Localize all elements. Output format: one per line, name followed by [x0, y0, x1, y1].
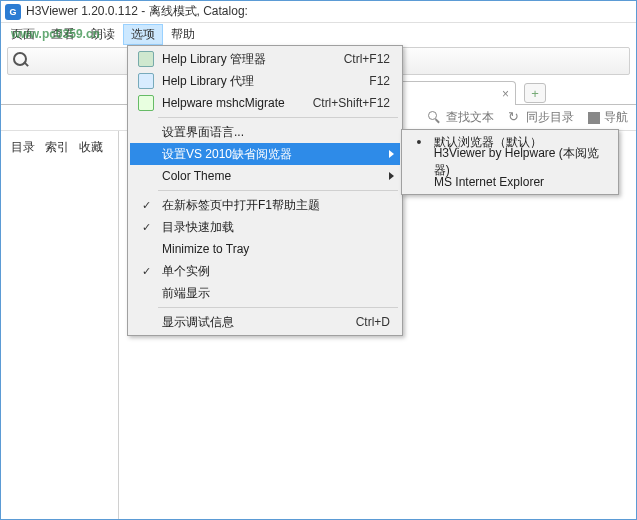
sync-icon	[508, 111, 522, 125]
sync-toc-button[interactable]: 同步目录	[508, 109, 574, 126]
dd-label: Color Theme	[158, 169, 396, 183]
dd-item-mshcmigrate[interactable]: Helpware mshcMigrate Ctrl+Shift+F12	[130, 92, 400, 114]
dd-item-color-theme[interactable]: Color Theme	[130, 165, 400, 187]
app-icon: G	[5, 4, 21, 20]
dd-item-f1-newtab[interactable]: 在新标签页中打开F1帮助主题	[130, 194, 400, 216]
menu-read[interactable]: 朗读	[83, 24, 123, 45]
sm-label: MS Internet Explorer	[430, 175, 544, 189]
dd-label: 目录快速加载	[158, 219, 396, 236]
dd-item-default-browser[interactable]: 设置VS 2010缺省阅览器	[130, 143, 400, 165]
menu-help[interactable]: 帮助	[163, 24, 203, 45]
dd-label: Helpware mshcMigrate	[158, 96, 313, 110]
dd-label: Minimize to Tray	[158, 242, 396, 256]
sm-label: H3Viewer by Helpware (本阅览器)	[430, 145, 612, 179]
check-icon	[142, 264, 151, 278]
submenu-arrow-icon	[389, 150, 394, 158]
dd-label: 显示调试信息	[158, 314, 356, 331]
dd-label: 前端显示	[158, 285, 396, 302]
dd-item-min-tray[interactable]: Minimize to Tray	[130, 238, 400, 260]
check-icon	[142, 198, 151, 212]
search-icon[interactable]	[12, 51, 32, 71]
separator	[158, 307, 398, 308]
dd-item-ui-language[interactable]: 设置界面语言...	[130, 121, 400, 143]
dd-item-hl-manager[interactable]: Help Library 管理器 Ctrl+F12	[130, 48, 400, 70]
menu-view[interactable]: 查看	[43, 24, 83, 45]
dd-item-single-instance[interactable]: 单个实例	[130, 260, 400, 282]
selected-bullet-icon	[417, 134, 422, 150]
dd-item-debug[interactable]: 显示调试信息 Ctrl+D	[130, 311, 400, 333]
find-label: 查找文本	[446, 109, 494, 126]
nav-icon	[588, 112, 600, 124]
separator	[158, 190, 398, 191]
sidebar-panel	[1, 131, 119, 519]
close-tab-icon[interactable]: ×	[502, 87, 509, 101]
dd-item-front[interactable]: 前端显示	[130, 282, 400, 304]
dd-label: Help Library 管理器	[158, 51, 344, 68]
dd-accel: Ctrl+D	[356, 315, 396, 329]
browser-submenu: 默认浏览器（默认） H3Viewer by Helpware (本阅览器) MS…	[401, 129, 619, 195]
menu-page[interactable]: 页面	[3, 24, 43, 45]
app-window: G H3Viewer 1.20.0.112 - 离线模式, Catalog: w…	[0, 0, 637, 520]
hl-agent-icon	[138, 73, 154, 89]
separator	[158, 117, 398, 118]
dd-label: 设置VS 2010缺省阅览器	[158, 146, 396, 163]
menu-options[interactable]: 选项	[123, 24, 163, 45]
dd-item-fastload[interactable]: 目录快速加载	[130, 216, 400, 238]
dd-item-hl-agent[interactable]: Help Library 代理 F12	[130, 70, 400, 92]
dd-label: 单个实例	[158, 263, 396, 280]
find-text-button[interactable]: 查找文本	[428, 109, 494, 126]
dd-label: 设置界面语言...	[158, 124, 396, 141]
dd-label: 在新标签页中打开F1帮助主题	[158, 197, 396, 214]
nav-button[interactable]: 导航	[588, 109, 628, 126]
dd-accel: Ctrl+Shift+F12	[313, 96, 396, 110]
menubar: www.pc0359.cn 页面 查看 朗读 选项 帮助	[1, 23, 636, 45]
mshc-icon	[138, 95, 154, 111]
titlebar: G H3Viewer 1.20.0.112 - 离线模式, Catalog:	[1, 1, 636, 23]
dd-label: Help Library 代理	[158, 73, 369, 90]
new-tab-button[interactable]: +	[524, 83, 546, 103]
sync-label: 同步目录	[526, 109, 574, 126]
sm-item-h3viewer[interactable]: H3Viewer by Helpware (本阅览器)	[404, 152, 616, 172]
check-icon	[142, 220, 151, 234]
options-dropdown: Help Library 管理器 Ctrl+F12 Help Library 代…	[127, 45, 403, 336]
dd-accel: Ctrl+F12	[344, 52, 396, 66]
find-icon	[428, 111, 442, 125]
window-title: H3Viewer 1.20.0.112 - 离线模式, Catalog:	[26, 3, 248, 20]
hl-manager-icon	[138, 51, 154, 67]
submenu-arrow-icon	[389, 172, 394, 180]
dd-accel: F12	[369, 74, 396, 88]
nav-label: 导航	[604, 109, 628, 126]
